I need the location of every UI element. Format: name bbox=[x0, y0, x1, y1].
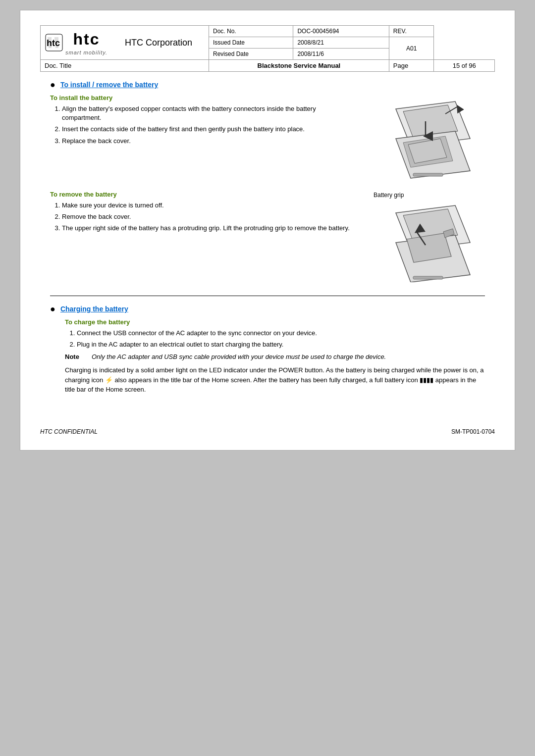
section1-title: To install / remove the battery bbox=[60, 81, 158, 89]
doc-no-label: Doc. No. bbox=[209, 26, 293, 37]
install-battery-section: To install the battery Align the battery… bbox=[50, 94, 485, 186]
install-step-1: Align the battery's exposed copper conta… bbox=[62, 104, 356, 122]
page: htc htc smart mobility. HTC Corporation … bbox=[20, 10, 515, 451]
doc-ref: SM-TP001-0704 bbox=[451, 428, 495, 435]
remove-step-3: The upper right side of the battery has … bbox=[62, 224, 356, 233]
header-table: htc htc smart mobility. HTC Corporation … bbox=[40, 25, 495, 72]
revised-date-label: Revised Date bbox=[209, 49, 293, 60]
install-steps: Align the battery's exposed copper conta… bbox=[50, 104, 356, 146]
issued-date-value: 2008/8/21 bbox=[293, 37, 389, 49]
htc-icon: htc bbox=[45, 33, 63, 52]
install-text-col: To install the battery Align the battery… bbox=[50, 94, 356, 186]
svg-rect-12 bbox=[413, 173, 443, 176]
remove-text-col: To remove the battery Make sure your dev… bbox=[50, 191, 356, 284]
install-img-col bbox=[366, 94, 485, 186]
install-device-illustration bbox=[371, 94, 480, 186]
remove-battery-section: To remove the battery Make sure your dev… bbox=[50, 191, 485, 284]
section2-bullet: ● bbox=[50, 304, 55, 314]
doc-no-value: DOC-00045694 bbox=[293, 26, 389, 37]
remove-step-1: Make sure your device is turned off. bbox=[62, 201, 356, 210]
charge-steps: Connect the USB connector of the AC adap… bbox=[65, 329, 485, 349]
footer: HTC CONFIDENTIAL SM-TP001-0704 bbox=[40, 424, 495, 435]
page-label: Page bbox=[389, 60, 434, 72]
install-heading: To install the battery bbox=[50, 94, 356, 101]
logo-cell: htc htc smart mobility. HTC Corporation bbox=[41, 26, 209, 60]
remove-steps: Make sure your device is turned off. Rem… bbox=[50, 201, 356, 233]
confidential-text: HTC CONFIDENTIAL bbox=[40, 428, 98, 435]
charge-heading: To charge the battery bbox=[65, 318, 485, 326]
svg-text:htc: htc bbox=[47, 38, 60, 48]
page-value: 15 of 96 bbox=[434, 60, 495, 72]
content: ● To install / remove the battery To ins… bbox=[40, 81, 495, 395]
logo-area: htc htc smart mobility. HTC Corporation bbox=[45, 30, 205, 55]
note-label: Note bbox=[65, 353, 86, 360]
charge-step-2: Plug in the AC adapter to an electrical … bbox=[77, 340, 485, 349]
charging-section: ● Charging the battery To charge the bat… bbox=[50, 305, 485, 395]
section1-bullet: ● bbox=[50, 80, 55, 90]
doc-title-value: Blackstone Service Manual bbox=[209, 60, 389, 72]
note-text: Only the AC adapter and USB sync cable p… bbox=[92, 353, 386, 360]
remove-step-2: Remove the back cover. bbox=[62, 212, 356, 221]
company-name: HTC Corporation bbox=[112, 38, 205, 48]
install-step-3: Replace the back cover. bbox=[62, 137, 356, 146]
note-row: Note Only the AC adapter and USB sync ca… bbox=[65, 353, 485, 360]
issued-date-label: Issued Date bbox=[209, 37, 293, 49]
remove-device-illustration bbox=[371, 191, 480, 282]
svg-rect-20 bbox=[413, 276, 443, 279]
section2-title: Charging the battery bbox=[60, 305, 128, 313]
doc-title-label: Doc. Title bbox=[41, 60, 209, 72]
section1-header: ● To install / remove the battery bbox=[50, 81, 485, 90]
rev-value: A01 bbox=[389, 37, 434, 60]
battery-grip-label: Battery grip bbox=[374, 192, 404, 199]
htc-text: htc bbox=[65, 30, 107, 49]
section2-header: ● Charging the battery bbox=[50, 305, 485, 314]
charging-content: To charge the battery Connect the USB co… bbox=[50, 318, 485, 395]
rev-label: REV. bbox=[389, 26, 434, 37]
remove-img-col: Battery grip bbox=[366, 191, 485, 284]
revised-date-value: 2008/11/6 bbox=[293, 49, 389, 60]
section-divider bbox=[50, 296, 485, 296]
remove-heading: To remove the battery bbox=[50, 191, 356, 198]
charging-description: Charging is indicated by a solid amber l… bbox=[65, 365, 485, 395]
charge-step-1: Connect the USB connector of the AC adap… bbox=[77, 329, 485, 338]
htc-logo: htc htc smart mobility. bbox=[45, 30, 107, 55]
install-step-2: Insert the contacts side of the battery … bbox=[62, 125, 356, 134]
tagline: smart mobility. bbox=[65, 50, 107, 55]
